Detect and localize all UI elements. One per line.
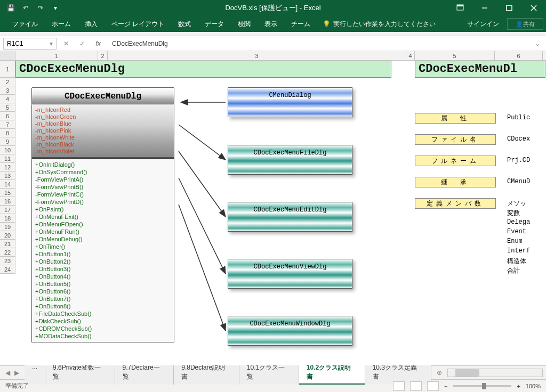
row-header[interactable]: 4 [0,95,15,103]
row-header[interactable]: 13 [0,172,15,180]
zoom-in-button[interactable]: + [517,383,520,389]
name-box-value: R1C1 [7,40,23,47]
row-header[interactable]: 7 [0,120,15,129]
tab-nav[interactable]: ◀▶ [0,369,25,377]
row-header[interactable]: 24 [0,265,15,274]
tab-file[interactable]: ファイル [5,16,45,32]
row-header[interactable]: 10 [0,146,15,154]
sheet-tabs: ◀▶ ...9.6Private変数一覧9.7Declare一覧9.8Decla… [0,365,546,379]
zoom-slider[interactable] [453,385,511,387]
formula-input[interactable]: CDocExecMenuDlg [108,39,529,48]
info-value: CMenuD [507,178,530,185]
tab-home[interactable]: ホーム [45,16,78,32]
row-header[interactable]: 22 [0,248,15,257]
tell-me-label: 実行したい作業を入力してください [333,20,436,29]
maximize-button[interactable] [497,0,521,16]
titlebar: 💾 ↶ ↷ ▾ DocVB.xls [保護ビュー] - Excel [0,0,546,16]
row-header[interactable]: 19 [0,223,15,231]
svg-line-8 [179,151,226,217]
tab-prev-icon[interactable]: ◀ [5,369,10,377]
status-ready: 準備完了 [5,382,29,390]
row-header[interactable]: 1 [0,61,15,78]
col-header[interactable]: 4 [406,51,415,60]
col-header[interactable]: 1 [15,51,98,60]
ribbon-options-icon[interactable] [448,0,472,16]
info-label: 定義メンバ数 [415,198,496,209]
zoom-value[interactable]: 100% [526,383,541,389]
row-header[interactable]: 15 [0,189,15,197]
signin-button[interactable]: サインイン [459,20,507,29]
row-header[interactable]: 11 [0,154,15,163]
col-header[interactable]: 6 [495,51,543,60]
col-header[interactable]: 5 [415,51,495,60]
scroll-thumb[interactable] [455,369,479,377]
col-header[interactable]: 3 [108,51,406,60]
row-header[interactable]: 5 [0,103,15,112]
svg-line-7 [179,125,226,160]
view-normal-button[interactable] [393,381,405,391]
sheet-area: 1 2 3 4 5 6 1234567891011121314151617181… [0,51,546,365]
minimize-button[interactable] [472,0,497,16]
info-value: メソッ [507,199,526,208]
row-header[interactable]: 17 [0,206,15,214]
tab-team[interactable]: チーム [284,16,317,32]
expand-formula-icon[interactable]: ⌄ [532,40,543,47]
info-value: 合計 [507,266,520,275]
col-header[interactable]: 2 [98,51,108,60]
chevron-down-icon: ▾ [50,40,53,47]
row-header[interactable]: 23 [0,257,15,265]
row-header[interactable]: 14 [0,180,15,189]
title-cell-b[interactable]: CDocExecMenuDl [415,61,545,78]
info-label: 属 性 [415,113,496,124]
share-button[interactable]: 👤共有 [507,18,543,30]
info-value: Delega [507,218,530,226]
person-icon: 👤 [516,21,523,28]
info-label: ファイル名 [415,134,496,145]
view-pagebreak-button[interactable] [427,381,439,391]
tell-me-search[interactable]: 💡実行したい作業を入力してください [323,20,436,29]
row-header[interactable]: 3 [0,86,15,95]
zoom-thumb[interactable] [482,383,486,389]
tab-pagelayout[interactable]: ページ レイアウト [105,16,171,32]
horizontal-scrollbar[interactable] [447,369,543,377]
window-title: DocVB.xls [保護ビュー] - Excel [225,3,320,13]
enter-formula-icon[interactable]: ✓ [76,38,89,50]
row-header[interactable]: 2 [0,78,15,86]
qa-expand-icon[interactable]: ▾ [49,2,62,14]
info-value: Enum [507,238,523,245]
row-header[interactable]: 6 [0,112,15,120]
zoom-out-button[interactable]: − [444,383,447,389]
svg-rect-3 [507,5,512,11]
svg-rect-1 [457,5,463,6]
row-header[interactable]: 16 [0,197,15,206]
view-pagelayout-button[interactable] [410,381,422,391]
select-all-corner[interactable] [0,51,15,60]
info-value: 変数 [507,209,520,218]
save-button[interactable]: 💾 [4,2,17,14]
tab-review[interactable]: 校閲 [231,16,258,32]
tab-next-icon[interactable]: ▶ [14,369,19,377]
add-sheet-button[interactable]: ⊕ [431,369,447,377]
tab-formulas[interactable]: 数式 [171,16,198,32]
info-label: フルネーム [415,156,496,166]
tab-view[interactable]: 表示 [258,16,284,32]
row-header[interactable]: 9 [0,137,15,146]
tab-insert[interactable]: 挿入 [78,16,105,32]
undo-button[interactable]: ↶ [19,2,32,14]
info-label: 継 承 [415,177,496,187]
row-header[interactable]: 18 [0,214,15,223]
row-header[interactable]: 21 [0,240,15,248]
close-button[interactable] [521,0,546,16]
name-box[interactable]: R1C1▾ [3,38,57,50]
tab-data[interactable]: データ [198,16,231,32]
cancel-formula-icon[interactable]: ✕ [60,38,73,50]
row-header[interactable]: 20 [0,231,15,240]
redo-button[interactable]: ↷ [34,2,47,14]
row-header[interactable]: 12 [0,163,15,172]
fx-icon[interactable]: fx [92,38,105,50]
quick-access: 💾 ↶ ↷ ▾ [0,2,66,14]
row-header[interactable]: 8 [0,129,15,137]
grid-content[interactable]: CDocExecMenuDlg CDocExecMenuDl CDocExecM… [15,61,546,365]
share-label: 共有 [523,20,535,28]
ribbon-tabs: ファイル ホーム 挿入 ページ レイアウト 数式 データ 校閲 表示 チーム 💡… [0,16,546,32]
